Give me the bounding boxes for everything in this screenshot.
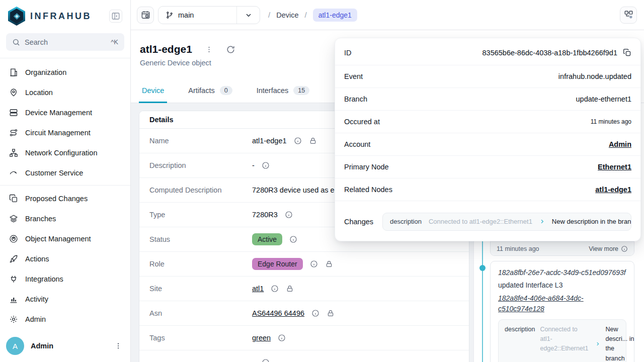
popup-row-changes: Changes description Connected to atl1-ed… <box>335 201 640 242</box>
event-timestamp: 11 minutes ago <box>497 245 539 252</box>
sidebar-item-admin[interactable]: Admin <box>4 309 126 329</box>
branch-selector-value[interactable]: main <box>158 7 236 24</box>
tab-badge: 15 <box>293 86 309 95</box>
popup-value: update-ethernet1 <box>576 95 631 103</box>
asn-link[interactable]: AS64496 64496 <box>252 309 304 317</box>
nav-label: Admin <box>25 315 46 323</box>
popup-label: Occured at <box>344 118 380 126</box>
sidebar-item-actions[interactable]: Actions <box>4 249 126 269</box>
change-old-value: Connected to atl1-edge2::Ethernet1 <box>429 218 532 225</box>
sidebar-item-circuit-management[interactable]: Circuit Management <box>4 123 126 143</box>
user-name: Admin <box>31 342 53 350</box>
popup-row-primary-node: Primary Node Ethernet1 <box>335 155 640 178</box>
info-icon[interactable] <box>262 358 270 362</box>
info-icon[interactable] <box>278 334 286 342</box>
lock-icon <box>325 260 333 268</box>
user-menu-kebab-icon[interactable] <box>114 342 122 350</box>
nav-label: Integrations <box>25 275 63 283</box>
event-action: updated Interface L3 <box>498 281 626 291</box>
network-icon <box>9 148 18 157</box>
popup-value: 11 minutes ago <box>591 118 631 125</box>
sidebar-item-object-management[interactable]: Object Management <box>4 229 126 249</box>
user-row[interactable]: A Admin <box>0 331 130 362</box>
route-icon <box>9 128 18 137</box>
schema-button[interactable] <box>620 7 637 24</box>
info-icon[interactable] <box>294 137 302 145</box>
change-property: description <box>505 325 535 362</box>
account-link[interactable]: Admin <box>609 140 631 148</box>
info-icon[interactable] <box>271 285 279 293</box>
layers-icon <box>9 214 18 223</box>
lock-icon <box>327 309 335 317</box>
sidebar-item-branches[interactable]: Branches <box>4 209 126 229</box>
git-branch-icon <box>166 11 174 19</box>
nav-primary: Organization Location Device Management … <box>0 58 130 185</box>
sidebar-item-organization[interactable]: Organization <box>4 62 126 82</box>
search-shortcut: ^K <box>111 38 118 46</box>
sidebar-item-proposed-changes[interactable]: Proposed Changes <box>4 189 126 209</box>
timeline-card-event: 182a8fbf-26e7-acdc-34d9-c51ed097693f upd… <box>490 261 634 362</box>
detail-row-site: Site atl1 <box>139 277 469 301</box>
sidebar-item-integrations[interactable]: Integrations <box>4 269 126 289</box>
sidebar-item-network-configuration[interactable]: Network Configuration <box>4 143 126 163</box>
sidebar: INFRAHUB Search ^K Organization Location <box>0 0 131 362</box>
sidebar-item-location[interactable]: Location <box>4 82 126 103</box>
sidebar-item-device-management[interactable]: Device Management <box>4 103 126 123</box>
topbar: main / Device / atl1-edge1 <box>131 0 644 30</box>
page-title: atl1-edge1 <box>140 43 192 55</box>
branch-selector[interactable]: main <box>158 6 260 24</box>
related-node-link[interactable]: atl1-edge1 <box>595 186 631 194</box>
object-menu-kebab-icon[interactable] <box>205 46 213 53</box>
sidebar-collapse-icon[interactable] <box>109 10 122 23</box>
tab-artifacts[interactable]: Artifacts 0 <box>185 86 235 103</box>
event-node-link[interactable]: 182a8fe4-406e-a684-34dc-c510c974e128 <box>498 293 626 314</box>
change-new-value: New description in the branch <box>552 218 631 225</box>
popup-row-account: Account Admin <box>335 133 640 155</box>
search-input[interactable]: Search ^K <box>6 33 124 51</box>
logo-row: INFRAHUB <box>0 0 130 30</box>
branch-selector-chevron[interactable] <box>236 7 260 24</box>
row-value: atl1-edge1 <box>252 137 287 145</box>
popup-label: ID <box>344 49 352 57</box>
info-icon[interactable] <box>262 161 270 169</box>
nav-label: Customer Service <box>25 169 83 177</box>
nav-label: Location <box>25 88 53 97</box>
popup-label: Event <box>344 72 363 80</box>
chevron-down-icon <box>245 11 253 19</box>
branch-name: main <box>178 11 194 19</box>
tab-label: Interfaces <box>257 86 289 95</box>
change-new-value: New descri... in the branch <box>605 325 634 362</box>
primary-node-link[interactable]: Ethernet1 <box>598 163 631 171</box>
popup-value: infrahub.node.updated <box>558 72 631 80</box>
breadcrumb-device[interactable]: Device <box>276 11 298 19</box>
view-more-link[interactable]: View more <box>589 245 628 252</box>
change-old-value: Connected to atl1-edge2::Ethernet1 <box>540 325 590 362</box>
search-icon <box>12 38 20 46</box>
tag-link[interactable]: green <box>252 334 271 342</box>
event-change-box: description Connected to atl1-edge2::Eth… <box>498 319 626 362</box>
popup-label: Primary Node <box>344 163 389 171</box>
nav-label: Device Management <box>25 109 92 117</box>
row-label: Status <box>149 235 252 243</box>
sidebar-item-activity[interactable]: Activity <box>4 289 126 309</box>
timeline-card-footer: 11 minutes ago View more <box>491 241 634 255</box>
info-icon[interactable] <box>289 235 297 243</box>
time-travel-button[interactable] <box>137 7 154 24</box>
copy-icon[interactable] <box>623 48 631 57</box>
info-icon[interactable] <box>285 211 293 219</box>
event-id: 182a8fbf-26e7-acdc-34d9-c51ed097693f <box>498 267 626 278</box>
nav-label: Actions <box>25 255 49 263</box>
sidebar-item-customer-service[interactable]: Customer Service <box>4 163 126 183</box>
popup-label: Changes <box>344 218 373 226</box>
detail-row-role: Role Edge Router <box>139 252 469 277</box>
tab-device[interactable]: Device <box>139 86 167 103</box>
breadcrumb-separator: / <box>268 11 270 19</box>
info-icon[interactable] <box>311 309 319 317</box>
tab-interfaces[interactable]: Interfaces 15 <box>254 86 313 103</box>
breadcrumb-object-pill[interactable]: atl1-edge1 <box>313 9 357 22</box>
avatar[interactable]: A <box>6 337 24 355</box>
site-link[interactable]: atl1 <box>252 285 264 293</box>
popup-row-occured-at: Occured at 11 minutes ago <box>335 110 640 133</box>
refresh-icon[interactable] <box>226 45 235 54</box>
info-icon[interactable] <box>310 260 318 268</box>
